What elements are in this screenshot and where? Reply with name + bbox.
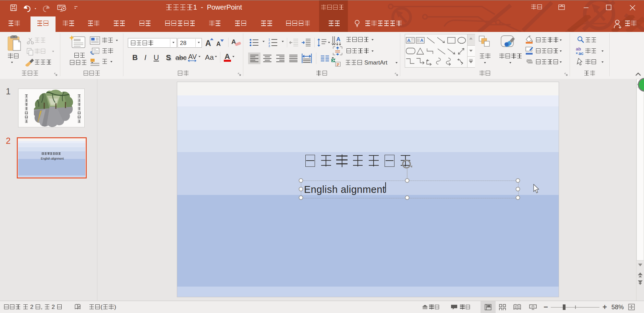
svg-text:3: 3 <box>268 44 270 47</box>
svg-text:ac: ac <box>579 51 583 55</box>
svg-text:A: A <box>336 36 340 43</box>
svg-text:A: A <box>420 38 424 43</box>
svg-text:1: 1 <box>268 38 270 41</box>
